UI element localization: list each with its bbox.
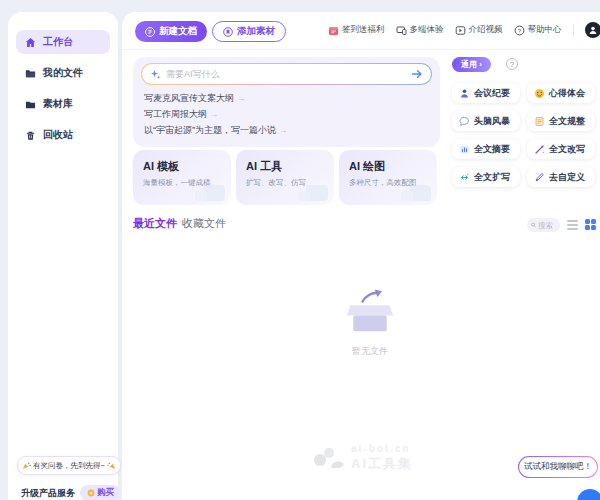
site-watermark: ai-bot.cn AI工具集: [313, 443, 413, 472]
tool-brainstorm[interactable]: 头脑风暴: [452, 111, 520, 131]
suggestion-item[interactable]: 写工作周报大纲→: [144, 106, 434, 122]
suggestion-text: 写工作周报大纲: [144, 108, 207, 121]
tab-label: 收藏文件: [182, 217, 226, 229]
promo-banner[interactable]: 有奖问卷，先到先得~: [17, 456, 121, 475]
send-icon[interactable]: [411, 68, 423, 80]
nav-label: 介绍视频: [469, 24, 503, 36]
tool-label: 全文改写: [549, 143, 585, 156]
chat-invite-label: 试试和我聊聊吧！: [519, 457, 597, 477]
tool-label: 全文摘要: [474, 143, 510, 156]
suggestion-item[interactable]: 写麦克风宣传文案大纲→: [144, 90, 434, 106]
user-icon: [588, 25, 598, 35]
list-view-icon[interactable]: [567, 220, 578, 230]
empty-text: 暂无文件: [310, 345, 430, 358]
nav-signin-reward[interactable]: 签到送福利: [328, 24, 385, 36]
upgrade-row: 升级产品服务 购买: [21, 485, 121, 500]
sidebar-item-library[interactable]: 素材库: [16, 92, 110, 116]
party-popper-icon: [107, 461, 116, 470]
empty-box-icon: [342, 283, 398, 335]
library-icon: [25, 99, 36, 110]
nav-multi-device[interactable]: 多端体验: [396, 24, 444, 36]
app-window: 工作台 我的文件 素材库 回收站 有奖问卷，先到先得~ 升级产品服务 购买: [0, 0, 600, 500]
add-material-button[interactable]: 添加素材: [212, 21, 286, 42]
sidebar-item-trash[interactable]: 回收站: [16, 123, 110, 147]
tool-label: 全文扩写: [474, 171, 510, 184]
category-pill-general[interactable]: 通用 ›: [452, 57, 491, 72]
tool-label: 去自定义: [549, 171, 585, 184]
search-input[interactable]: [538, 221, 556, 230]
calendar-gift-icon: [328, 25, 339, 36]
card-illustration: [203, 185, 225, 201]
tab-recent-files[interactable]: 最近文件: [133, 216, 177, 231]
ai-prompt-input[interactable]: [166, 69, 406, 79]
ai-input-border: [141, 63, 432, 85]
buy-label: 购买: [97, 487, 114, 499]
bubble-icon: [459, 116, 470, 127]
nav-divider: [573, 24, 574, 36]
nav-label: 帮助中心: [528, 24, 562, 36]
devices-icon: [396, 25, 407, 36]
suggestion-text: 写麦克风宣传文案大纲: [144, 92, 234, 105]
sidebar: 工作台 我的文件 素材库 回收站 有奖问卷，先到先得~ 升级产品服务 购买: [8, 12, 118, 500]
card-ai-drawing[interactable]: AI 绘图 多种尺寸，高效配图: [339, 150, 437, 205]
tool-label: 全文规整: [549, 115, 585, 128]
card-title: AI 模板: [143, 159, 231, 174]
sidebar-item-my-files[interactable]: 我的文件: [16, 61, 110, 85]
watermark-logo-icon: [313, 446, 345, 468]
tab-favorite-files[interactable]: 收藏文件: [182, 216, 226, 231]
card-title: AI 绘图: [349, 159, 437, 174]
nav-intro-video[interactable]: 介绍视频: [455, 24, 503, 36]
tool-full-text-tidy[interactable]: 全文规整: [527, 111, 595, 131]
tool-full-text-rewrite[interactable]: 全文改写: [527, 139, 595, 159]
sidebar-item-label: 素材库: [43, 97, 73, 111]
sidebar-item-label: 回收站: [43, 128, 73, 142]
tool-label: 会议纪要: [474, 87, 510, 100]
card-ai-templates[interactable]: AI 模板 海量模板，一键成稿: [133, 150, 231, 205]
tidy-doc-icon: [534, 116, 545, 127]
trash-icon: [25, 130, 36, 141]
grid-view-icon[interactable]: [585, 219, 596, 230]
category-help-icon[interactable]: ?: [506, 58, 518, 70]
search-icon: [531, 221, 536, 229]
file-search[interactable]: [527, 218, 560, 232]
folder-icon: [25, 68, 36, 79]
nav-help-center[interactable]: ? 帮助中心: [514, 24, 562, 36]
empty-state: 暂无文件: [310, 283, 430, 358]
tool-customize[interactable]: 去自定义: [527, 167, 595, 187]
meeting-icon: [459, 88, 470, 99]
ai-input[interactable]: [142, 64, 431, 84]
tool-reflections[interactable]: 心得体会: [527, 83, 595, 103]
top-nav: 签到送福利 多端体验 介绍视频 ? 帮助中心 ˅: [328, 22, 600, 38]
tool-full-text-summary[interactable]: 全文摘要: [452, 139, 520, 159]
coin-icon: [87, 489, 95, 497]
category-label: 通用 ›: [461, 59, 482, 70]
suggestion-item[interactable]: 以“宇宙起源”为主题，写一篇小说→: [144, 122, 434, 138]
buy-button[interactable]: 购买: [80, 485, 121, 500]
user-avatar[interactable]: [585, 22, 600, 38]
tool-meeting-minutes[interactable]: 会议纪要: [452, 83, 520, 103]
new-document-button[interactable]: 新建文档: [135, 21, 207, 42]
expand-icon: [459, 172, 470, 183]
sidebar-item-label: 工作台: [43, 35, 73, 49]
home-icon: [25, 37, 36, 48]
help-icon: ?: [514, 25, 525, 36]
sparkle-icon: [150, 69, 161, 80]
arrow-icon: →: [279, 126, 287, 135]
sidebar-item-workbench[interactable]: 工作台: [16, 30, 110, 54]
new-document-label: 新建文档: [159, 25, 197, 38]
add-material-label: 添加素材: [237, 25, 275, 38]
ai-composer-panel: 写麦克风宣传文案大纲→ 写工作周报大纲→ 以“宇宙起源”为主题，写一篇小说→: [133, 57, 440, 147]
chat-invite-bubble[interactable]: 试试和我聊聊吧！: [518, 456, 598, 478]
suggestion-text: 以“宇宙起源”为主题，写一篇小说: [144, 124, 276, 137]
promo-text: 有奖问卷，先到先得~: [33, 461, 105, 471]
arrow-icon: →: [237, 94, 245, 103]
card-ai-tools[interactable]: AI 工具 扩写、改写、仿写: [236, 150, 334, 205]
rewrite-icon: [534, 144, 545, 155]
help-mark: ?: [510, 60, 514, 69]
pencil-icon: [534, 172, 545, 183]
bookmark-icon: [223, 27, 233, 37]
nav-label: 多端体验: [410, 24, 444, 36]
tool-full-text-expand[interactable]: 全文扩写: [452, 167, 520, 187]
summary-icon: [459, 144, 470, 155]
watermark-name: AI工具集: [351, 456, 413, 472]
